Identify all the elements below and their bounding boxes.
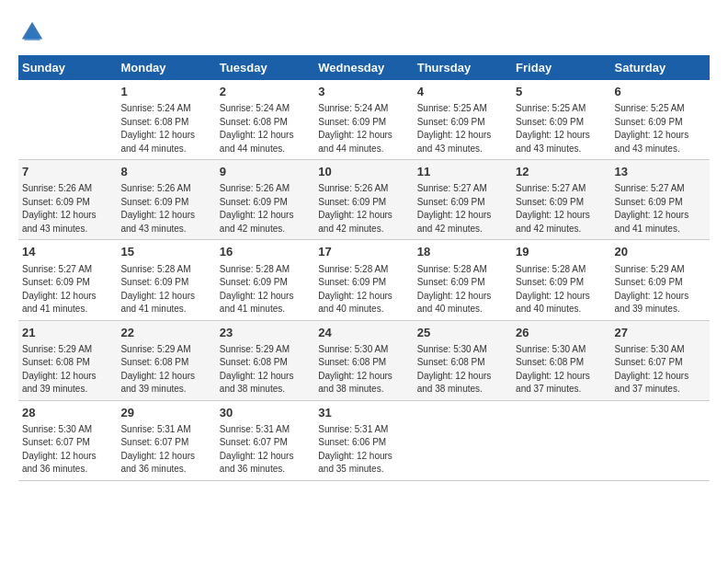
day-number: 9 <box>220 164 311 180</box>
column-header-monday: Monday <box>117 55 215 80</box>
calendar-cell: 7Sunrise: 5:26 AMSunset: 6:09 PMDaylight… <box>18 160 117 240</box>
week-row-3: 14Sunrise: 5:27 AMSunset: 6:09 PMDayligh… <box>18 240 710 320</box>
day-info: Sunrise: 5:31 AMSunset: 6:07 PMDaylight:… <box>220 423 311 477</box>
column-header-wednesday: Wednesday <box>314 55 413 80</box>
day-info: Sunrise: 5:31 AMSunset: 6:07 PMDaylight:… <box>120 423 211 477</box>
calendar-cell: 10Sunrise: 5:26 AMSunset: 6:09 PMDayligh… <box>314 160 413 240</box>
logo-icon <box>18 18 46 46</box>
day-number: 29 <box>120 405 211 421</box>
day-number: 13 <box>615 164 706 180</box>
day-info: Sunrise: 5:25 AMSunset: 6:09 PMDaylight:… <box>417 102 508 155</box>
day-info: Sunrise: 5:27 AMSunset: 6:09 PMDaylight:… <box>615 182 706 236</box>
day-number: 21 <box>22 325 113 341</box>
calendar-cell: 17Sunrise: 5:28 AMSunset: 6:09 PMDayligh… <box>314 240 413 320</box>
day-number: 6 <box>615 84 706 100</box>
calendar-cell: 13Sunrise: 5:27 AMSunset: 6:09 PMDayligh… <box>611 160 710 240</box>
calendar-table: SundayMondayTuesdayWednesdayThursdayFrid… <box>18 55 710 481</box>
day-number: 10 <box>318 164 409 180</box>
week-row-5: 28Sunrise: 5:30 AMSunset: 6:07 PMDayligh… <box>18 400 710 480</box>
day-info: Sunrise: 5:28 AMSunset: 6:09 PMDaylight:… <box>120 263 211 316</box>
day-info: Sunrise: 5:30 AMSunset: 6:08 PMDaylight:… <box>516 343 607 396</box>
calendar-cell: 1Sunrise: 5:24 AMSunset: 6:08 PMDaylight… <box>117 80 215 160</box>
calendar-cell: 15Sunrise: 5:28 AMSunset: 6:09 PMDayligh… <box>117 240 215 320</box>
day-number: 23 <box>220 325 311 341</box>
day-info: Sunrise: 5:27 AMSunset: 6:09 PMDaylight:… <box>22 263 113 316</box>
calendar-cell: 23Sunrise: 5:29 AMSunset: 6:08 PMDayligh… <box>216 320 314 400</box>
week-row-1: 1Sunrise: 5:24 AMSunset: 6:08 PMDaylight… <box>18 80 710 160</box>
calendar-cell: 9Sunrise: 5:26 AMSunset: 6:09 PMDaylight… <box>216 160 314 240</box>
calendar-cell: 24Sunrise: 5:30 AMSunset: 6:08 PMDayligh… <box>314 320 413 400</box>
day-info: Sunrise: 5:26 AMSunset: 6:09 PMDaylight:… <box>318 182 409 236</box>
calendar-cell: 5Sunrise: 5:25 AMSunset: 6:09 PMDaylight… <box>512 80 610 160</box>
day-info: Sunrise: 5:30 AMSunset: 6:08 PMDaylight:… <box>318 343 409 396</box>
day-number: 15 <box>120 244 211 260</box>
day-info: Sunrise: 5:25 AMSunset: 6:09 PMDaylight:… <box>516 102 607 155</box>
day-info: Sunrise: 5:26 AMSunset: 6:09 PMDaylight:… <box>22 182 113 236</box>
calendar-cell: 14Sunrise: 5:27 AMSunset: 6:09 PMDayligh… <box>18 240 117 320</box>
calendar-cell: 8Sunrise: 5:26 AMSunset: 6:09 PMDaylight… <box>117 160 215 240</box>
day-info: Sunrise: 5:30 AMSunset: 6:07 PMDaylight:… <box>615 343 706 396</box>
calendar-cell <box>18 80 117 160</box>
calendar-cell: 22Sunrise: 5:29 AMSunset: 6:08 PMDayligh… <box>117 320 215 400</box>
day-info: Sunrise: 5:29 AMSunset: 6:08 PMDaylight:… <box>220 343 311 396</box>
day-info: Sunrise: 5:30 AMSunset: 6:08 PMDaylight:… <box>417 343 508 396</box>
calendar-cell: 27Sunrise: 5:30 AMSunset: 6:07 PMDayligh… <box>611 320 710 400</box>
page-header <box>18 18 710 46</box>
day-number: 24 <box>318 325 409 341</box>
day-number: 8 <box>120 164 211 180</box>
day-info: Sunrise: 5:24 AMSunset: 6:08 PMDaylight:… <box>220 102 311 155</box>
day-info: Sunrise: 5:27 AMSunset: 6:09 PMDaylight:… <box>417 182 508 236</box>
column-header-sunday: Sunday <box>18 55 117 80</box>
day-number: 30 <box>220 405 311 421</box>
day-info: Sunrise: 5:28 AMSunset: 6:09 PMDaylight:… <box>318 263 409 316</box>
day-number: 4 <box>417 84 508 100</box>
day-number: 19 <box>516 244 607 260</box>
calendar-cell: 20Sunrise: 5:29 AMSunset: 6:09 PMDayligh… <box>611 240 710 320</box>
calendar-cell: 11Sunrise: 5:27 AMSunset: 6:09 PMDayligh… <box>414 160 512 240</box>
week-row-4: 21Sunrise: 5:29 AMSunset: 6:08 PMDayligh… <box>18 320 710 400</box>
day-info: Sunrise: 5:27 AMSunset: 6:09 PMDaylight:… <box>516 182 607 236</box>
day-info: Sunrise: 5:28 AMSunset: 6:09 PMDaylight:… <box>417 263 508 316</box>
calendar-cell: 16Sunrise: 5:28 AMSunset: 6:09 PMDayligh… <box>216 240 314 320</box>
day-info: Sunrise: 5:31 AMSunset: 6:06 PMDaylight:… <box>318 423 409 477</box>
calendar-cell: 26Sunrise: 5:30 AMSunset: 6:08 PMDayligh… <box>512 320 610 400</box>
calendar-cell: 3Sunrise: 5:24 AMSunset: 6:09 PMDaylight… <box>314 80 413 160</box>
calendar-cell: 19Sunrise: 5:28 AMSunset: 6:09 PMDayligh… <box>512 240 610 320</box>
calendar-cell: 12Sunrise: 5:27 AMSunset: 6:09 PMDayligh… <box>512 160 610 240</box>
logo <box>18 18 51 46</box>
day-number: 18 <box>417 244 508 260</box>
day-info: Sunrise: 5:28 AMSunset: 6:09 PMDaylight:… <box>220 263 311 316</box>
calendar-cell <box>414 400 512 480</box>
calendar-cell <box>611 400 710 480</box>
calendar-cell: 30Sunrise: 5:31 AMSunset: 6:07 PMDayligh… <box>216 400 314 480</box>
calendar-cell: 28Sunrise: 5:30 AMSunset: 6:07 PMDayligh… <box>18 400 117 480</box>
day-number: 22 <box>120 325 211 341</box>
calendar-cell: 18Sunrise: 5:28 AMSunset: 6:09 PMDayligh… <box>414 240 512 320</box>
column-header-saturday: Saturday <box>611 55 710 80</box>
calendar-cell: 6Sunrise: 5:25 AMSunset: 6:09 PMDaylight… <box>611 80 710 160</box>
day-number: 16 <box>220 244 311 260</box>
day-number: 5 <box>516 84 607 100</box>
day-number: 25 <box>417 325 508 341</box>
day-number: 27 <box>615 325 706 341</box>
day-info: Sunrise: 5:29 AMSunset: 6:08 PMDaylight:… <box>120 343 211 396</box>
calendar-cell: 31Sunrise: 5:31 AMSunset: 6:06 PMDayligh… <box>314 400 413 480</box>
day-info: Sunrise: 5:29 AMSunset: 6:09 PMDaylight:… <box>615 263 706 316</box>
day-number: 28 <box>22 405 113 421</box>
day-number: 1 <box>120 84 211 100</box>
calendar-cell: 4Sunrise: 5:25 AMSunset: 6:09 PMDaylight… <box>414 80 512 160</box>
day-info: Sunrise: 5:26 AMSunset: 6:09 PMDaylight:… <box>120 182 211 236</box>
header-row: SundayMondayTuesdayWednesdayThursdayFrid… <box>18 55 710 80</box>
column-header-thursday: Thursday <box>414 55 512 80</box>
calendar-cell: 25Sunrise: 5:30 AMSunset: 6:08 PMDayligh… <box>414 320 512 400</box>
day-info: Sunrise: 5:26 AMSunset: 6:09 PMDaylight:… <box>220 182 311 236</box>
day-number: 7 <box>22 164 113 180</box>
day-info: Sunrise: 5:28 AMSunset: 6:09 PMDaylight:… <box>516 263 607 316</box>
column-header-friday: Friday <box>512 55 610 80</box>
day-number: 20 <box>615 244 706 260</box>
day-info: Sunrise: 5:24 AMSunset: 6:09 PMDaylight:… <box>318 102 409 155</box>
day-number: 11 <box>417 164 508 180</box>
day-info: Sunrise: 5:24 AMSunset: 6:08 PMDaylight:… <box>120 102 211 155</box>
day-number: 17 <box>318 244 409 260</box>
column-header-tuesday: Tuesday <box>216 55 314 80</box>
